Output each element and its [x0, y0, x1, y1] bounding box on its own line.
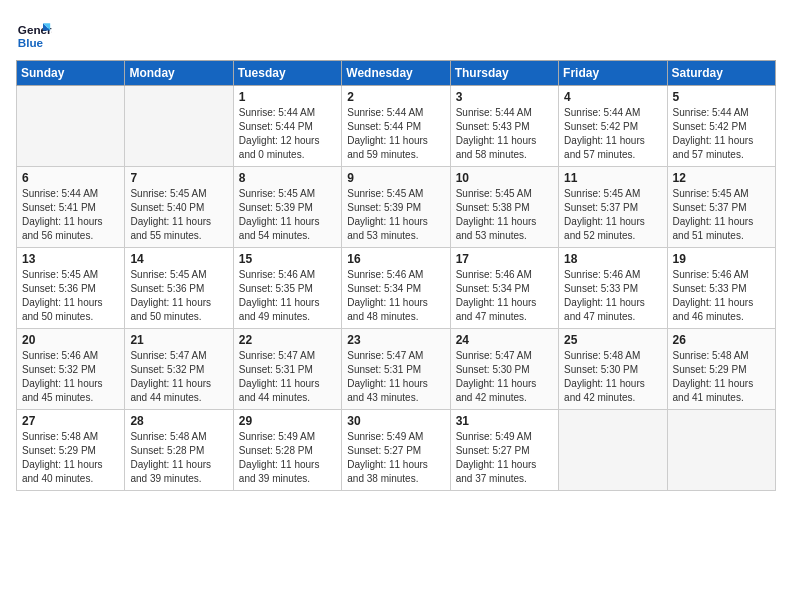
day-number: 11: [564, 171, 661, 185]
cell-details: Sunrise: 5:47 AM Sunset: 5:31 PM Dayligh…: [239, 349, 336, 405]
day-number: 14: [130, 252, 227, 266]
day-number: 6: [22, 171, 119, 185]
cell-details: Sunrise: 5:45 AM Sunset: 5:40 PM Dayligh…: [130, 187, 227, 243]
day-number: 10: [456, 171, 553, 185]
cell-details: Sunrise: 5:44 AM Sunset: 5:42 PM Dayligh…: [673, 106, 770, 162]
calendar-cell: 25Sunrise: 5:48 AM Sunset: 5:30 PM Dayli…: [559, 329, 667, 410]
day-number: 8: [239, 171, 336, 185]
day-header-saturday: Saturday: [667, 61, 775, 86]
calendar-week-3: 13Sunrise: 5:45 AM Sunset: 5:36 PM Dayli…: [17, 248, 776, 329]
cell-details: Sunrise: 5:49 AM Sunset: 5:27 PM Dayligh…: [456, 430, 553, 486]
cell-details: Sunrise: 5:48 AM Sunset: 5:30 PM Dayligh…: [564, 349, 661, 405]
calendar-cell: [17, 86, 125, 167]
cell-details: Sunrise: 5:45 AM Sunset: 5:39 PM Dayligh…: [347, 187, 444, 243]
calendar-cell: 3Sunrise: 5:44 AM Sunset: 5:43 PM Daylig…: [450, 86, 558, 167]
calendar-week-2: 6Sunrise: 5:44 AM Sunset: 5:41 PM Daylig…: [17, 167, 776, 248]
day-number: 22: [239, 333, 336, 347]
calendar-cell: 26Sunrise: 5:48 AM Sunset: 5:29 PM Dayli…: [667, 329, 775, 410]
day-number: 29: [239, 414, 336, 428]
cell-details: Sunrise: 5:44 AM Sunset: 5:42 PM Dayligh…: [564, 106, 661, 162]
cell-details: Sunrise: 5:45 AM Sunset: 5:36 PM Dayligh…: [130, 268, 227, 324]
cell-details: Sunrise: 5:44 AM Sunset: 5:43 PM Dayligh…: [456, 106, 553, 162]
calendar-cell: [667, 410, 775, 491]
day-number: 9: [347, 171, 444, 185]
calendar-week-5: 27Sunrise: 5:48 AM Sunset: 5:29 PM Dayli…: [17, 410, 776, 491]
calendar-cell: 2Sunrise: 5:44 AM Sunset: 5:44 PM Daylig…: [342, 86, 450, 167]
calendar-cell: 21Sunrise: 5:47 AM Sunset: 5:32 PM Dayli…: [125, 329, 233, 410]
day-number: 21: [130, 333, 227, 347]
calendar-cell: 16Sunrise: 5:46 AM Sunset: 5:34 PM Dayli…: [342, 248, 450, 329]
logo-icon: General Blue: [16, 16, 52, 52]
day-number: 15: [239, 252, 336, 266]
day-number: 17: [456, 252, 553, 266]
cell-details: Sunrise: 5:44 AM Sunset: 5:44 PM Dayligh…: [347, 106, 444, 162]
calendar-cell: 12Sunrise: 5:45 AM Sunset: 5:37 PM Dayli…: [667, 167, 775, 248]
day-number: 3: [456, 90, 553, 104]
cell-details: Sunrise: 5:48 AM Sunset: 5:29 PM Dayligh…: [673, 349, 770, 405]
day-number: 31: [456, 414, 553, 428]
calendar-cell: 31Sunrise: 5:49 AM Sunset: 5:27 PM Dayli…: [450, 410, 558, 491]
day-number: 20: [22, 333, 119, 347]
cell-details: Sunrise: 5:47 AM Sunset: 5:32 PM Dayligh…: [130, 349, 227, 405]
cell-details: Sunrise: 5:45 AM Sunset: 5:37 PM Dayligh…: [564, 187, 661, 243]
day-number: 19: [673, 252, 770, 266]
cell-details: Sunrise: 5:46 AM Sunset: 5:34 PM Dayligh…: [456, 268, 553, 324]
day-number: 1: [239, 90, 336, 104]
calendar-cell: 15Sunrise: 5:46 AM Sunset: 5:35 PM Dayli…: [233, 248, 341, 329]
calendar-cell: 28Sunrise: 5:48 AM Sunset: 5:28 PM Dayli…: [125, 410, 233, 491]
calendar-table: SundayMondayTuesdayWednesdayThursdayFrid…: [16, 60, 776, 491]
calendar-week-4: 20Sunrise: 5:46 AM Sunset: 5:32 PM Dayli…: [17, 329, 776, 410]
cell-details: Sunrise: 5:45 AM Sunset: 5:36 PM Dayligh…: [22, 268, 119, 324]
cell-details: Sunrise: 5:46 AM Sunset: 5:32 PM Dayligh…: [22, 349, 119, 405]
cell-details: Sunrise: 5:49 AM Sunset: 5:28 PM Dayligh…: [239, 430, 336, 486]
cell-details: Sunrise: 5:46 AM Sunset: 5:33 PM Dayligh…: [564, 268, 661, 324]
day-header-tuesday: Tuesday: [233, 61, 341, 86]
calendar-cell: 11Sunrise: 5:45 AM Sunset: 5:37 PM Dayli…: [559, 167, 667, 248]
day-number: 23: [347, 333, 444, 347]
cell-details: Sunrise: 5:47 AM Sunset: 5:30 PM Dayligh…: [456, 349, 553, 405]
calendar-cell: 18Sunrise: 5:46 AM Sunset: 5:33 PM Dayli…: [559, 248, 667, 329]
calendar-cell: 27Sunrise: 5:48 AM Sunset: 5:29 PM Dayli…: [17, 410, 125, 491]
cell-details: Sunrise: 5:44 AM Sunset: 5:41 PM Dayligh…: [22, 187, 119, 243]
calendar-cell: 10Sunrise: 5:45 AM Sunset: 5:38 PM Dayli…: [450, 167, 558, 248]
cell-details: Sunrise: 5:44 AM Sunset: 5:44 PM Dayligh…: [239, 106, 336, 162]
calendar-cell: 23Sunrise: 5:47 AM Sunset: 5:31 PM Dayli…: [342, 329, 450, 410]
calendar-cell: 29Sunrise: 5:49 AM Sunset: 5:28 PM Dayli…: [233, 410, 341, 491]
calendar-cell: 14Sunrise: 5:45 AM Sunset: 5:36 PM Dayli…: [125, 248, 233, 329]
logo: General Blue: [16, 16, 58, 52]
calendar-cell: 5Sunrise: 5:44 AM Sunset: 5:42 PM Daylig…: [667, 86, 775, 167]
page-header: General Blue: [16, 16, 776, 52]
day-number: 30: [347, 414, 444, 428]
cell-details: Sunrise: 5:49 AM Sunset: 5:27 PM Dayligh…: [347, 430, 444, 486]
calendar-cell: 17Sunrise: 5:46 AM Sunset: 5:34 PM Dayli…: [450, 248, 558, 329]
day-header-sunday: Sunday: [17, 61, 125, 86]
day-number: 16: [347, 252, 444, 266]
calendar-cell: 8Sunrise: 5:45 AM Sunset: 5:39 PM Daylig…: [233, 167, 341, 248]
calendar-cell: [559, 410, 667, 491]
calendar-cell: 20Sunrise: 5:46 AM Sunset: 5:32 PM Dayli…: [17, 329, 125, 410]
day-number: 25: [564, 333, 661, 347]
cell-details: Sunrise: 5:45 AM Sunset: 5:38 PM Dayligh…: [456, 187, 553, 243]
day-number: 26: [673, 333, 770, 347]
calendar-cell: 1Sunrise: 5:44 AM Sunset: 5:44 PM Daylig…: [233, 86, 341, 167]
calendar-cell: 19Sunrise: 5:46 AM Sunset: 5:33 PM Dayli…: [667, 248, 775, 329]
calendar-cell: [125, 86, 233, 167]
calendar-cell: 9Sunrise: 5:45 AM Sunset: 5:39 PM Daylig…: [342, 167, 450, 248]
calendar-cell: 24Sunrise: 5:47 AM Sunset: 5:30 PM Dayli…: [450, 329, 558, 410]
svg-text:Blue: Blue: [18, 36, 44, 49]
day-number: 18: [564, 252, 661, 266]
day-number: 4: [564, 90, 661, 104]
cell-details: Sunrise: 5:46 AM Sunset: 5:34 PM Dayligh…: [347, 268, 444, 324]
cell-details: Sunrise: 5:46 AM Sunset: 5:35 PM Dayligh…: [239, 268, 336, 324]
calendar-cell: 4Sunrise: 5:44 AM Sunset: 5:42 PM Daylig…: [559, 86, 667, 167]
day-header-friday: Friday: [559, 61, 667, 86]
day-header-wednesday: Wednesday: [342, 61, 450, 86]
day-number: 12: [673, 171, 770, 185]
day-number: 7: [130, 171, 227, 185]
calendar-cell: 6Sunrise: 5:44 AM Sunset: 5:41 PM Daylig…: [17, 167, 125, 248]
calendar-cell: 30Sunrise: 5:49 AM Sunset: 5:27 PM Dayli…: [342, 410, 450, 491]
cell-details: Sunrise: 5:46 AM Sunset: 5:33 PM Dayligh…: [673, 268, 770, 324]
cell-details: Sunrise: 5:48 AM Sunset: 5:29 PM Dayligh…: [22, 430, 119, 486]
calendar-header-row: SundayMondayTuesdayWednesdayThursdayFrid…: [17, 61, 776, 86]
calendar-cell: 7Sunrise: 5:45 AM Sunset: 5:40 PM Daylig…: [125, 167, 233, 248]
